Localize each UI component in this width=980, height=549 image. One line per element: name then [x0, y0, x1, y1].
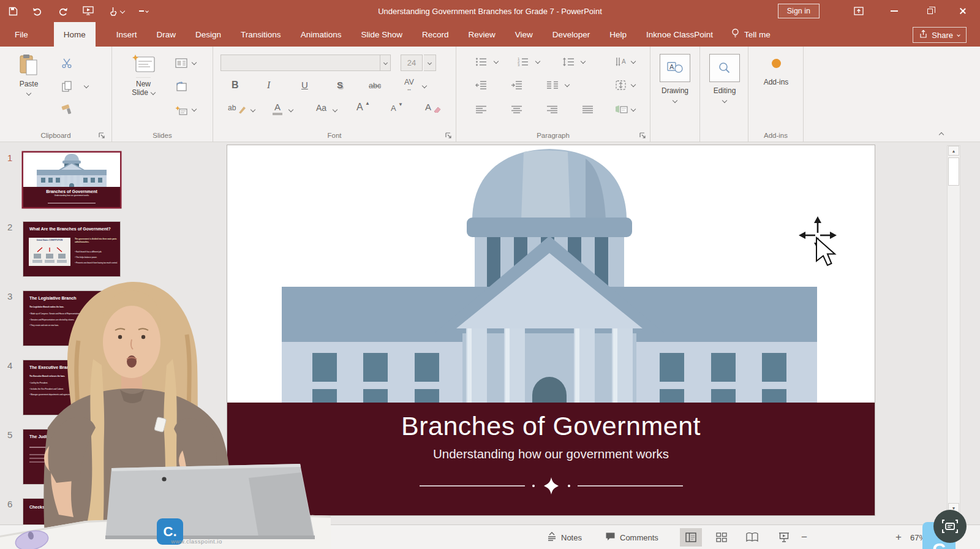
- slide-thumbnail-3[interactable]: The Legislative Branch The Legislative B…: [23, 291, 120, 346]
- tell-me-button[interactable]: Tell me: [723, 22, 779, 47]
- slide-title-text[interactable]: Branches of Government: [401, 411, 701, 441]
- redo-icon[interactable]: [58, 7, 68, 16]
- slide-layout-button[interactable]: [175, 56, 188, 70]
- tab-animations[interactable]: Animations: [291, 22, 352, 47]
- italic-button[interactable]: I: [267, 80, 270, 91]
- touch-mode-button[interactable]: [109, 7, 124, 16]
- tab-help[interactable]: Help: [600, 22, 636, 47]
- vertical-scrollbar[interactable]: ▲ ▼: [947, 145, 960, 513]
- copy-button[interactable]: [60, 80, 74, 93]
- tab-draw[interactable]: Draw: [147, 22, 186, 47]
- undo-icon[interactable]: [32, 7, 43, 16]
- restore-button[interactable]: [916, 0, 943, 22]
- slide-editing-area[interactable]: Branches of Government Understanding how…: [227, 145, 875, 515]
- editing-menu-button[interactable]: Editing: [709, 54, 741, 102]
- normal-view-button[interactable]: [680, 528, 702, 547]
- tab-slide-show[interactable]: Slide Show: [351, 22, 412, 47]
- text-direction-button[interactable]: A: [614, 55, 628, 69]
- chevron-down-icon[interactable]: [494, 59, 499, 64]
- character-spacing-button[interactable]: AV↔: [404, 78, 414, 95]
- slide-sorter-view-button[interactable]: [710, 528, 733, 547]
- font-dialog-launcher[interactable]: [445, 131, 452, 138]
- slide-subtitle-text[interactable]: Understanding how our government works: [433, 447, 669, 461]
- format-painter-button[interactable]: [60, 103, 74, 116]
- chevron-down-icon[interactable]: [422, 83, 427, 88]
- convert-to-smartart-button[interactable]: [614, 103, 628, 116]
- slide-thumbnail-6[interactable]: Checks and: [23, 499, 120, 524]
- underline-button[interactable]: U: [301, 80, 308, 90]
- bullets-button[interactable]: [475, 55, 488, 69]
- font-color-button[interactable]: A: [274, 102, 281, 112]
- customize-qat-button[interactable]: [139, 10, 148, 12]
- align-text-button[interactable]: [614, 78, 628, 92]
- clipboard-dialog-launcher[interactable]: [98, 131, 105, 138]
- columns-button[interactable]: [546, 78, 559, 92]
- cut-button[interactable]: [60, 56, 74, 70]
- bold-button[interactable]: B: [232, 80, 239, 91]
- zoom-out-button[interactable]: −: [801, 525, 807, 549]
- sign-in-button[interactable]: Sign in: [778, 4, 820, 18]
- decrease-indent-button[interactable]: [475, 78, 488, 92]
- font-name-combobox[interactable]: [221, 55, 391, 71]
- change-case-button[interactable]: Aa: [316, 103, 326, 113]
- chevron-down-icon[interactable]: [192, 60, 197, 65]
- justify-button[interactable]: [581, 103, 595, 116]
- scroll-up-button[interactable]: ▲: [948, 146, 959, 156]
- tab-insert[interactable]: Insert: [107, 22, 147, 47]
- notes-button[interactable]: Notes: [547, 525, 582, 549]
- tab-design[interactable]: Design: [186, 22, 231, 47]
- slide-thumbnail-2[interactable]: What Are the Branches of Government? Uni…: [23, 222, 120, 276]
- drawing-menu-button[interactable]: A Drawing: [659, 54, 691, 102]
- increase-font-size-button[interactable]: A: [356, 102, 363, 113]
- chevron-down-icon[interactable]: [565, 82, 570, 87]
- collapse-ribbon-button[interactable]: [939, 132, 944, 137]
- line-spacing-button[interactable]: [562, 55, 575, 69]
- addins-button[interactable]: Add-ins: [760, 59, 793, 86]
- align-center-button[interactable]: [510, 103, 524, 116]
- share-button[interactable]: Share: [913, 27, 967, 43]
- start-slideshow-icon[interactable]: [83, 6, 94, 16]
- chevron-down-icon[interactable]: [631, 82, 636, 87]
- tab-developer[interactable]: Developer: [543, 22, 600, 47]
- align-right-button[interactable]: [546, 103, 559, 116]
- chevron-down-icon[interactable]: [380, 55, 390, 70]
- reset-slide-button[interactable]: [175, 80, 188, 93]
- chevron-down-icon[interactable]: [192, 107, 197, 112]
- scrollbar-thumb[interactable]: [948, 157, 959, 186]
- zoom-in-button[interactable]: +: [895, 525, 902, 549]
- clear-formatting-button[interactable]: A: [425, 102, 431, 112]
- chevron-down-icon[interactable]: [581, 59, 586, 64]
- tab-home[interactable]: Home: [54, 22, 96, 47]
- ribbon-display-options-button[interactable]: [845, 0, 872, 22]
- numbering-button[interactable]: 123: [516, 55, 530, 69]
- chevron-down-icon[interactable]: [288, 107, 293, 112]
- paragraph-dialog-launcher[interactable]: [639, 131, 646, 138]
- chevron-down-icon[interactable]: [251, 107, 255, 112]
- new-slide-button[interactable]: New Slide: [126, 54, 161, 97]
- tab-review[interactable]: Review: [459, 22, 505, 47]
- screen-recorder-badge[interactable]: [933, 510, 967, 543]
- chevron-down-icon[interactable]: [84, 83, 89, 88]
- tab-inknoe-classpoint[interactable]: Inknoe ClassPoint: [636, 22, 723, 47]
- align-left-button[interactable]: [475, 103, 488, 116]
- font-size-combobox[interactable]: 24: [401, 55, 423, 71]
- tab-transitions[interactable]: Transitions: [231, 22, 291, 47]
- slideshow-view-button[interactable]: [773, 528, 795, 547]
- close-button[interactable]: [949, 0, 976, 22]
- minimize-button[interactable]: [881, 0, 908, 22]
- comments-button[interactable]: Comments: [605, 525, 658, 549]
- increase-indent-button[interactable]: [510, 78, 524, 92]
- font-size-dropdown[interactable]: [424, 55, 436, 71]
- slide-thumbnail-4[interactable]: The Executive Branch The Executive Branc…: [23, 360, 120, 415]
- chevron-down-icon[interactable]: [631, 107, 636, 112]
- chevron-down-icon[interactable]: [631, 59, 636, 64]
- chevron-down-icon[interactable]: [333, 107, 337, 112]
- reading-view-button[interactable]: [741, 528, 763, 547]
- decrease-font-size-button[interactable]: A: [391, 104, 396, 113]
- paste-button[interactable]: Paste: [12, 54, 45, 95]
- tab-file[interactable]: File: [5, 22, 38, 47]
- text-shadow-button[interactable]: S: [337, 80, 343, 90]
- tab-record[interactable]: Record: [412, 22, 459, 47]
- strikethrough-button[interactable]: abc: [369, 81, 381, 90]
- tab-view[interactable]: View: [505, 22, 543, 47]
